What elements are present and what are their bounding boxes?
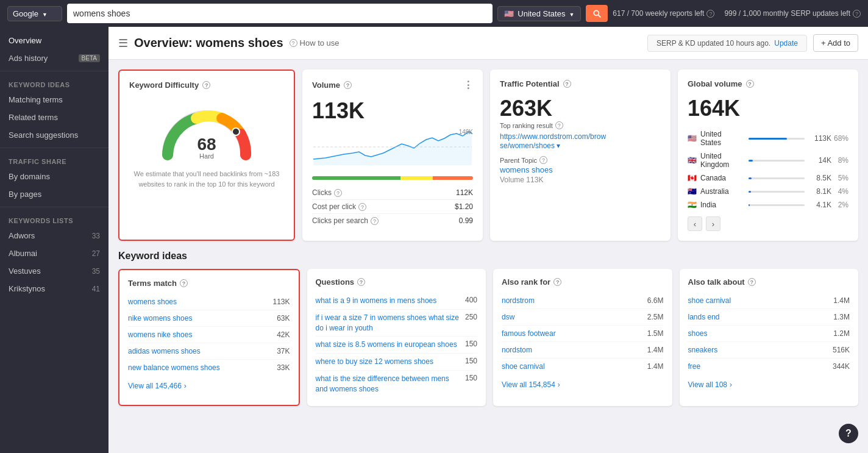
q-item-link[interactable]: what is the size difference between mens… — [316, 374, 460, 394]
q-item-link[interactable]: if i wear a size 7 in womens shoes what … — [316, 313, 460, 334]
sidebar-item-ads-history[interactable]: Ads history BETA — [0, 49, 108, 67]
gv-country-label: United States — [700, 130, 744, 147]
also-rank-view-all[interactable]: View all 154,854 › — [502, 380, 664, 389]
also-talk-item: sneakers516K — [688, 342, 850, 358]
list-name-1: Albumai — [9, 249, 37, 258]
gv-help-icon[interactable]: ? — [746, 80, 754, 88]
also-talk-link[interactable]: sneakers — [688, 346, 718, 354]
hamburger-icon[interactable]: ☰ — [118, 37, 128, 50]
engine-select[interactable]: Google — [7, 6, 62, 21]
engine-label: Google — [13, 9, 38, 18]
engine-chevron — [42, 9, 48, 18]
also-talk-item: shoe carnival1.4M — [688, 293, 850, 309]
sidebar-list-item-1[interactable]: Albumai 27 — [0, 244, 108, 262]
gv-prev-button[interactable]: ‹ — [688, 216, 702, 231]
also-rank-link[interactable]: nordstom — [502, 346, 532, 354]
gv-value: 164K — [688, 96, 848, 121]
keywords-lists-heading: Keywords lists — [0, 211, 108, 227]
gv-bar — [749, 177, 752, 179]
sidebar-item-by-pages[interactable]: By pages — [0, 185, 108, 203]
gv-country-pct: 2% — [831, 201, 848, 209]
help-fab[interactable]: ? — [839, 424, 858, 443]
terms-match-item: womens shoes113K — [128, 294, 290, 310]
ki-item-link[interactable]: womens shoes — [128, 298, 177, 306]
top-ranking-label: Top ranking result — [500, 122, 553, 129]
search-suggestions-label: Search suggestions — [9, 130, 78, 140]
also-rank-for-help[interactable]: ? — [553, 278, 561, 286]
terms-match-help[interactable]: ? — [180, 279, 188, 287]
also-rank-val: 1.4M — [647, 362, 664, 371]
sidebar-item-by-domains[interactable]: By domains — [0, 168, 108, 185]
also-rank-link[interactable]: famous footwear — [502, 329, 556, 338]
top-ranking-url[interactable]: https://www.nordstrom.com/browse/women/s… — [500, 132, 606, 150]
sidebar-item-search-suggestions[interactable]: Search suggestions — [0, 126, 108, 144]
also-talk-link[interactable]: free — [688, 362, 701, 371]
ki-item-link[interactable]: nike womens shoes — [128, 314, 192, 323]
q-item-link[interactable]: what size is 8.5 womens in european shoe… — [316, 340, 460, 350]
ki-item-link[interactable]: new balance womens shoes — [128, 363, 220, 372]
search-button[interactable] — [586, 5, 608, 22]
gv-next-button[interactable]: › — [706, 216, 720, 231]
ads-history-badge: BETA — [79, 54, 100, 62]
update-link[interactable]: Update — [774, 39, 798, 48]
gv-flag — [688, 187, 697, 196]
gv-country-label: Australia — [700, 187, 729, 196]
also-rank-link[interactable]: nordstrom — [502, 296, 535, 305]
country-select[interactable]: 🇺🇸 United States — [497, 6, 581, 21]
terms-match-item: adidas womens shoes37K — [128, 343, 290, 360]
gv-countries: United States 113K 68% United Kingdom 14… — [688, 127, 848, 212]
cps-help[interactable]: ? — [371, 217, 379, 225]
also-rank-items: nordstrom6.6Mdsw2.5Mfamous footwear1.5Mn… — [502, 293, 664, 374]
q-item-link[interactable]: where to buy size 12 womens shoes — [316, 357, 460, 367]
also-rank-link[interactable]: shoe carnival — [502, 362, 545, 371]
also-talk-link[interactable]: lands end — [688, 313, 720, 321]
how-to-use-link[interactable]: ? How to use — [290, 38, 340, 48]
kd-gauge: 68 Hard — [129, 97, 284, 164]
question-item: where to buy size 12 womens shoes150 — [316, 354, 478, 371]
also-talk-link[interactable]: shoes — [688, 329, 708, 338]
sidebar-list-item-2[interactable]: Vestuves 35 — [0, 262, 108, 280]
parent-topic-help[interactable]: ? — [539, 156, 547, 164]
also-talk-val: 1.2M — [833, 329, 850, 338]
search-bar[interactable] — [67, 4, 493, 23]
kd-help-icon[interactable]: ? — [202, 81, 210, 89]
also-talk-view-all[interactable]: View all 108 › — [688, 380, 850, 389]
volume-menu-icon[interactable]: ⋮ — [463, 79, 473, 91]
also-rank-for-label: Also rank for — [502, 277, 550, 287]
search-input[interactable] — [73, 9, 486, 18]
country-label: United States — [518, 9, 565, 18]
terms-match-view-all[interactable]: View all 145,466 › — [128, 382, 290, 390]
also-talk-item: shoes1.2M — [688, 326, 850, 342]
also-talk-link[interactable]: shoe carnival — [688, 296, 731, 305]
top-ranking-help[interactable]: ? — [555, 121, 563, 129]
gv-country-value: 8.5K — [809, 174, 831, 182]
overview-label: Overview — [9, 36, 41, 45]
weekly-help-icon[interactable]: ? — [706, 10, 714, 18]
also-rank-arrow: › — [558, 380, 560, 389]
add-to-button[interactable]: + Add to — [813, 34, 858, 52]
sidebar-list-item-3[interactable]: Krikstynos 41 — [0, 280, 108, 298]
also-talk-item: lands end1.3M — [688, 309, 850, 326]
parent-topic-link[interactable]: womens shoes — [500, 165, 661, 174]
questions-help[interactable]: ? — [357, 278, 365, 286]
sidebar-item-matching-terms[interactable]: Matching terms — [0, 91, 108, 109]
also-talk-about-help[interactable]: ? — [748, 278, 756, 286]
topbar-stats: 617 / 700 weekly reports left ? 999 / 1,… — [613, 9, 861, 18]
also-rank-link[interactable]: dsw — [502, 313, 514, 321]
sidebar-list-item-0[interactable]: Adwors 33 — [0, 227, 108, 244]
ki-columns: Terms match ? womens shoes113Knike women… — [118, 269, 858, 406]
volume-help-icon[interactable]: ? — [344, 81, 352, 89]
monthly-help-icon[interactable]: ? — [853, 10, 861, 18]
ki-item-link[interactable]: adidas womens shoes — [128, 347, 201, 355]
gv-country-pct: 5% — [831, 174, 848, 182]
cpc-help[interactable]: ? — [358, 203, 366, 211]
tp-help-icon[interactable]: ? — [563, 80, 571, 88]
ki-item-link[interactable]: womens nike shoes — [128, 330, 192, 339]
sidebar-item-overview[interactable]: Overview — [0, 32, 108, 49]
q-item-link[interactable]: what is a 9 in womens in mens shoes — [316, 296, 460, 306]
volume-sparkline: 148K — [312, 129, 473, 171]
traffic-share-heading: Traffic share — [0, 152, 108, 168]
volume-value: 113K — [312, 98, 473, 124]
sidebar-item-related-terms[interactable]: Related terms — [0, 109, 108, 126]
clicks-help[interactable]: ? — [334, 189, 342, 197]
